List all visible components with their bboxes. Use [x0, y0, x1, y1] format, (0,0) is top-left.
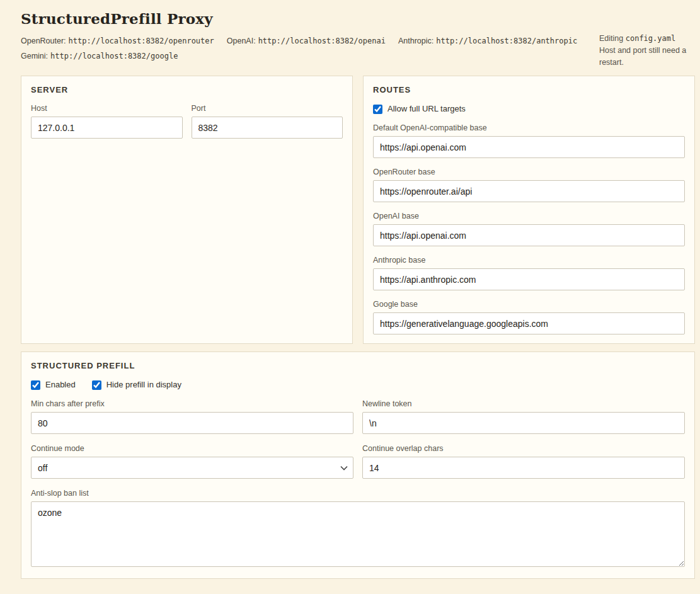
continue-overlap-label: Continue overlap chars [362, 444, 685, 453]
endpoint-url: http://localhost:8382/anthropic [436, 37, 577, 45]
google-base-field-group: Google base [373, 300, 685, 334]
endpoint-url: http://localhost:8382/google [50, 52, 178, 60]
header-left: StructuredPrefill Proxy OpenRouter:http:… [21, 10, 577, 67]
openai-base-field-group: OpenAI base [373, 212, 685, 246]
continue-mode-label: Continue mode [31, 444, 353, 453]
newline-token-field-group: Newline token [362, 399, 685, 434]
structured-prefill-panel: STRUCTURED PREFILL Enabled Hide prefill … [21, 351, 695, 579]
server-panel: SERVER Host Port [21, 76, 353, 344]
openai-base-label: OpenAI base [373, 212, 685, 220]
continue-overlap-field-group: Continue overlap chars [362, 444, 685, 479]
google-base-input[interactable] [373, 312, 685, 334]
structured-prefill-grid: Min chars after prefix Newline token Con… [31, 399, 685, 479]
host-label: Host [31, 104, 183, 113]
routes-heading: ROUTES [373, 85, 685, 94]
default-base-input[interactable] [373, 136, 685, 158]
config-note-prefix: Editing [599, 34, 626, 43]
routes-panel: ROUTES Allow full URL targets Default Op… [363, 76, 695, 344]
ban-list-label: Anti-slop ban list [31, 489, 685, 498]
server-heading: SERVER [31, 85, 343, 94]
endpoints-line-1: OpenRouter:http://localhost:8382/openrou… [21, 37, 577, 45]
continue-mode-select-wrap: off [31, 457, 353, 479]
endpoint-label: OpenRouter: [21, 37, 66, 45]
structured-prefill-heading: STRUCTURED PREFILL [31, 361, 685, 370]
openrouter-base-input[interactable] [373, 180, 685, 202]
enabled-checkbox[interactable] [31, 380, 40, 390]
header: StructuredPrefill Proxy OpenRouter:http:… [21, 10, 695, 68]
hide-prefill-checkbox[interactable] [92, 380, 101, 390]
allow-full-url-row: Allow full URL targets [373, 104, 685, 114]
ban-list-textarea[interactable]: ozone [31, 501, 685, 567]
port-label: Port [192, 104, 343, 113]
newline-token-input[interactable] [362, 412, 685, 434]
endpoint-gemini: Gemini:http://localhost:8382/google [21, 52, 178, 60]
continue-overlap-input[interactable] [362, 457, 685, 479]
openai-base-input[interactable] [373, 224, 685, 246]
port-field-group: Port [192, 104, 343, 139]
endpoint-openai: OpenAI:http://localhost:8382/openai [227, 37, 386, 45]
min-chars-input[interactable] [31, 412, 353, 434]
default-base-field-group: Default OpenAI-compatible base [373, 123, 685, 158]
ban-list-field-group: Anti-slop ban list ozone [31, 489, 685, 569]
config-note-line2: Host and port still need a restart. [599, 45, 695, 69]
host-field-group: Host [31, 104, 183, 139]
allow-full-url-checkbox[interactable] [373, 105, 382, 114]
endpoint-anthropic: Anthropic:http://localhost:8382/anthropi… [398, 37, 577, 45]
structured-prefill-checkboxes: Enabled Hide prefill in display [31, 380, 685, 390]
endpoint-label: Anthropic: [398, 37, 433, 45]
page: StructuredPrefill Proxy OpenRouter:http:… [0, 0, 700, 584]
min-chars-field-group: Min chars after prefix [31, 399, 353, 434]
server-fields-row: Host Port [31, 104, 343, 139]
default-base-label: Default OpenAI-compatible base [373, 123, 685, 132]
config-note: Editing config.yaml Host and port still … [599, 33, 695, 68]
port-input[interactable] [192, 117, 343, 139]
endpoint-openrouter: OpenRouter:http://localhost:8382/openrou… [21, 37, 214, 45]
allow-full-url-label: Allow full URL targets [387, 104, 466, 114]
endpoint-url: http://localhost:8382/openrouter [69, 37, 214, 45]
endpoint-url: http://localhost:8382/openai [258, 37, 386, 45]
hide-prefill-row: Hide prefill in display [92, 380, 181, 390]
anthropic-base-input[interactable] [373, 268, 685, 290]
openrouter-base-field-group: OpenRouter base [373, 168, 685, 202]
enabled-row: Enabled [31, 380, 76, 390]
hide-prefill-label: Hide prefill in display [106, 380, 181, 390]
newline-token-label: Newline token [362, 399, 685, 408]
min-chars-label: Min chars after prefix [31, 399, 353, 408]
continue-mode-select[interactable]: off [31, 457, 353, 479]
anthropic-base-label: Anthropic base [373, 256, 685, 265]
anthropic-base-field-group: Anthropic base [373, 256, 685, 290]
host-input[interactable] [31, 117, 183, 139]
continue-mode-field-group: Continue mode off [31, 444, 353, 479]
endpoints-line-2: Gemini:http://localhost:8382/google [21, 52, 577, 60]
page-title: StructuredPrefill Proxy [21, 10, 577, 27]
google-base-label: Google base [373, 300, 685, 309]
endpoint-label: Gemini: [21, 52, 48, 60]
openrouter-base-label: OpenRouter base [373, 168, 685, 176]
config-file-name: config.yaml [626, 34, 675, 43]
endpoint-label: OpenAI: [227, 37, 256, 45]
enabled-label: Enabled [45, 380, 76, 390]
top-panels-row: SERVER Host Port ROUTES Allow full URL t… [21, 76, 695, 344]
